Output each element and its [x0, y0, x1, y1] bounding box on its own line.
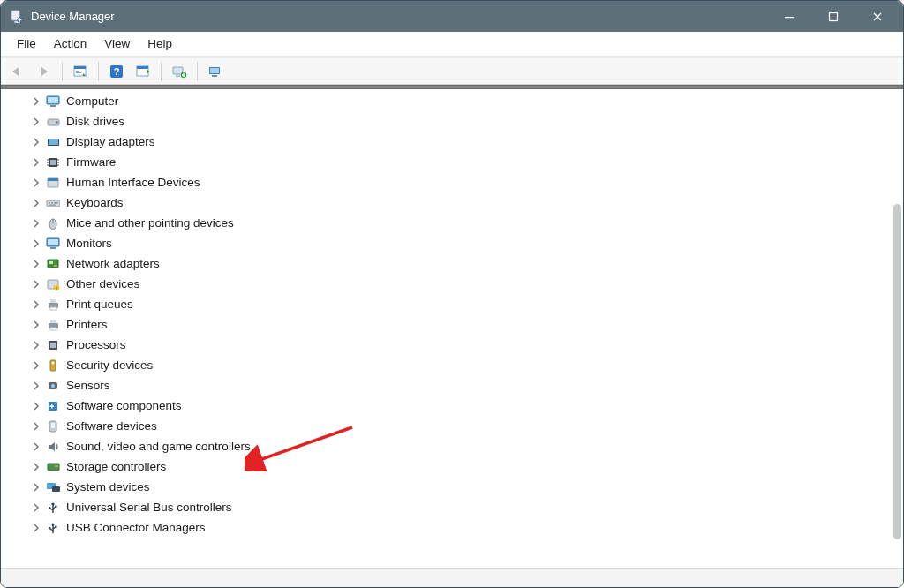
tree-item-mice[interactable]: Mice and other pointing devices [8, 213, 903, 233]
tree-item-system[interactable]: System devices [8, 477, 903, 497]
svg-rect-9 [76, 71, 79, 72]
tree-item-label: Human Interface Devices [66, 176, 200, 189]
update-driver-button[interactable] [132, 61, 154, 82]
content-area: ComputerDisk drivesDisplay adaptersFirmw… [1, 89, 903, 568]
tree-item-sw-devices[interactable]: Software devices [8, 416, 903, 436]
device-tree[interactable]: ComputerDisk drivesDisplay adaptersFirmw… [1, 89, 903, 568]
tree-item-sensors[interactable]: Sensors [8, 375, 903, 396]
tree-item-label: Print queues [66, 298, 133, 311]
tree-item-label: Keyboards [66, 196, 124, 209]
expand-chevron-icon[interactable] [29, 176, 43, 190]
tree-item-sw-components[interactable]: Software components [8, 396, 903, 416]
expand-chevron-icon[interactable] [29, 196, 43, 210]
window: Device Manager File Action View Help [0, 0, 904, 588]
svg-text:?: ? [114, 66, 120, 77]
svg-rect-23 [210, 68, 219, 73]
expand-chevron-icon[interactable] [29, 419, 43, 433]
maximize-button[interactable] [811, 1, 855, 32]
sound-icon [45, 439, 61, 455]
tree-item-security[interactable]: Security devices [8, 355, 903, 375]
tree-item-keyboards[interactable]: Keyboards [8, 192, 903, 213]
tree-item-display-adapters[interactable]: Display adapters [8, 132, 903, 152]
mouse-icon [45, 215, 61, 231]
tree-item-label: Security devices [66, 358, 153, 372]
add-hardware-button[interactable] [168, 61, 191, 82]
chip-icon [45, 155, 61, 170]
tree-item-printers[interactable]: Printers [8, 314, 903, 335]
monitor-icon [45, 94, 61, 109]
expand-chevron-icon[interactable] [29, 399, 43, 413]
tree-item-hid[interactable]: Human Interface Devices [8, 172, 903, 192]
svg-rect-10 [76, 72, 81, 73]
tree-item-label: Software devices [66, 419, 157, 433]
svg-rect-21 [182, 74, 185, 75]
tree-item-network[interactable]: Network adapters [8, 253, 903, 274]
expand-chevron-icon[interactable] [29, 501, 43, 515]
expand-chevron-icon[interactable] [29, 480, 43, 494]
expand-chevron-icon[interactable] [29, 115, 43, 129]
tree-item-label: Printers [66, 318, 108, 331]
tree-item-disk-drives[interactable]: Disk drives [8, 111, 903, 132]
tree-item-storage[interactable]: Storage controllers [8, 456, 903, 477]
tree-item-firmware[interactable]: Firmware [8, 152, 903, 172]
system-icon [45, 479, 61, 495]
expand-chevron-icon[interactable] [29, 257, 43, 271]
tree-item-other[interactable]: Other devices [8, 274, 903, 294]
nic-icon [45, 256, 61, 272]
expand-chevron-icon[interactable] [29, 521, 43, 535]
app-icon [10, 10, 24, 24]
expand-chevron-icon[interactable] [29, 135, 43, 149]
expand-chevron-icon[interactable] [29, 358, 43, 373]
tree-item-label: Universal Serial Bus controllers [66, 501, 232, 514]
svg-rect-17 [173, 67, 183, 74]
scrollbar-thumb[interactable] [893, 204, 901, 539]
expand-chevron-icon[interactable] [29, 94, 43, 109]
expand-chevron-icon[interactable] [29, 440, 43, 454]
expand-chevron-icon[interactable] [29, 155, 43, 170]
tree-item-sound[interactable]: Sound, video and game controllers [8, 436, 903, 456]
menu-file[interactable]: File [8, 35, 45, 52]
tree-item-computer[interactable]: Computer [8, 91, 903, 111]
expand-chevron-icon[interactable] [29, 298, 43, 312]
titlebar: Device Manager [1, 1, 903, 32]
expand-chevron-icon[interactable] [29, 237, 43, 251]
tree-item-print-queues[interactable]: Print queues [8, 294, 903, 314]
tree-item-monitors[interactable]: Monitors [8, 233, 903, 253]
window-title: Device Manager [31, 10, 115, 23]
tree-item-label: Network adapters [66, 257, 160, 270]
close-button[interactable] [855, 1, 900, 32]
tree-item-label: Sound, video and game controllers [66, 440, 251, 453]
scan-hardware-button[interactable] [204, 61, 227, 82]
svg-rect-8 [74, 66, 86, 69]
tree-item-usb-controllers[interactable]: Universal Serial Bus controllers [8, 497, 903, 517]
help-button[interactable]: ? [105, 61, 128, 82]
minimize-button[interactable] [767, 1, 811, 32]
menu-help[interactable]: Help [139, 35, 181, 52]
tree-item-label: Mice and other pointing devices [66, 216, 234, 230]
toolbar: ? [1, 58, 903, 85]
svg-rect-24 [212, 75, 217, 77]
tree-item-label: Processors [66, 338, 126, 351]
svg-rect-18 [176, 75, 180, 77]
back-button[interactable] [6, 61, 29, 82]
tree-item-usb-connectors[interactable]: USB Connector Managers [8, 517, 903, 538]
expand-chevron-icon[interactable] [29, 277, 43, 291]
tree-item-label: Software components [66, 399, 182, 412]
forward-button[interactable] [33, 61, 56, 82]
tree-item-label: Monitors [66, 237, 112, 250]
expand-chevron-icon[interactable] [29, 338, 43, 352]
expand-chevron-icon[interactable] [29, 379, 43, 393]
expand-chevron-icon[interactable] [29, 460, 43, 474]
menu-action[interactable]: Action [45, 35, 96, 52]
tree-item-label: Disk drives [66, 115, 124, 128]
expand-chevron-icon[interactable] [29, 318, 43, 332]
footer [1, 568, 903, 587]
monitor-icon [45, 236, 61, 252]
menu-view[interactable]: View [95, 35, 139, 52]
tree-item-processors[interactable]: Processors [8, 335, 903, 355]
expand-chevron-icon[interactable] [29, 216, 43, 230]
tree-item-label: Sensors [66, 379, 110, 392]
svg-rect-6 [830, 12, 838, 20]
show-hidden-button[interactable] [69, 61, 92, 82]
usb-icon [45, 500, 61, 516]
